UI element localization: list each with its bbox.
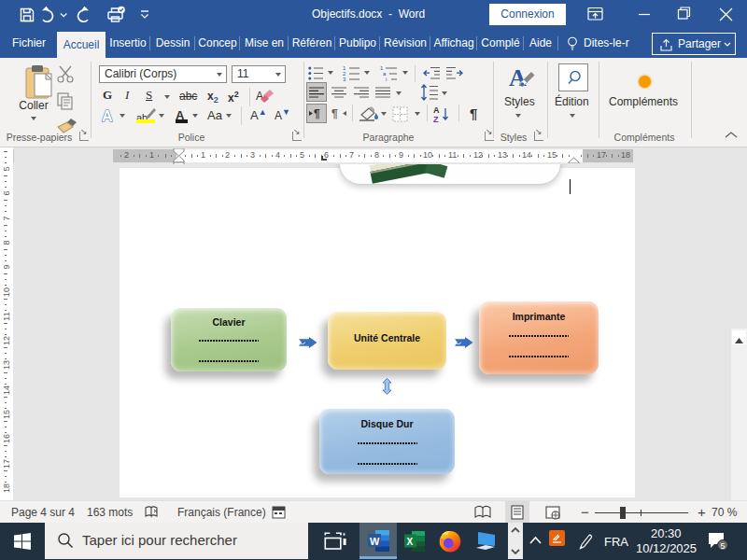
svg-text:A: A — [509, 64, 527, 91]
svg-text:A: A — [102, 108, 113, 123]
svg-text:3: 3 — [343, 77, 346, 81]
svg-text:A: A — [433, 105, 440, 115]
svg-text:¶: ¶ — [331, 107, 338, 119]
svg-text:A: A — [256, 90, 263, 103]
svg-text:¶: ¶ — [314, 107, 320, 119]
svg-text:W: W — [370, 536, 380, 547]
svg-text:5: 5 — [721, 541, 726, 551]
svg-text:i: i — [386, 77, 387, 81]
svg-text:Z: Z — [433, 115, 439, 123]
svg-text:X: X — [407, 537, 414, 547]
